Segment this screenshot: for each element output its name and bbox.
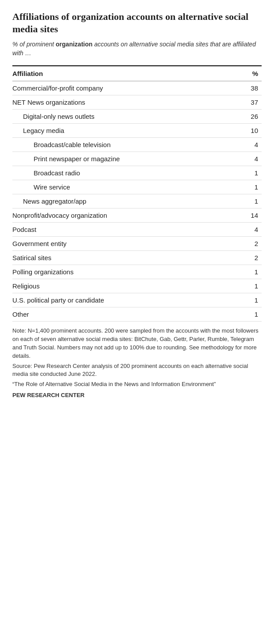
table-header-row: Affiliation % [12, 66, 262, 81]
row-pct: 2 [239, 251, 262, 265]
table-row: Broadcast/cable television4 [12, 138, 262, 152]
row-pct: 1 [239, 293, 262, 307]
row-label: Government entity [12, 237, 239, 251]
table-row: Other1 [12, 307, 262, 322]
subtitle: % of prominent organization accounts on … [12, 40, 262, 57]
col-affiliation: Affiliation [12, 66, 239, 81]
row-label: Wire service [12, 180, 239, 194]
row-pct: 1 [239, 180, 262, 194]
row-label: Digital-only news outlets [12, 110, 239, 124]
row-label: Podcast [12, 223, 239, 237]
row-pct: 1 [239, 279, 262, 293]
subtitle-plain: % of prominent [12, 41, 56, 48]
row-pct: 10 [239, 124, 262, 138]
row-label: Print newspaper or magazine [12, 152, 239, 166]
row-pct: 4 [239, 223, 262, 237]
row-pct: 38 [239, 81, 262, 95]
table-row: Commercial/for-profit company38 [12, 81, 262, 95]
table-row: U.S. political party or candidate1 [12, 293, 262, 307]
table-row: Nonprofit/advocacy organization14 [12, 208, 262, 223]
table-row: Satirical sites2 [12, 251, 262, 265]
footer-brand: PEW RESEARCH CENTER [12, 391, 262, 400]
col-pct: % [239, 66, 262, 81]
table-row: Podcast4 [12, 223, 262, 237]
table-row: Wire service1 [12, 180, 262, 194]
table-row: Broadcast radio1 [12, 166, 262, 180]
row-label: Religious [12, 279, 239, 293]
table-row: Polling organizations1 [12, 265, 262, 279]
row-pct: 1 [239, 307, 262, 322]
row-pct: 1 [239, 194, 262, 208]
page-title: Affiliations of organization accounts on… [12, 11, 262, 35]
row-label: News aggregator/app [12, 194, 239, 208]
row-pct: 26 [239, 110, 262, 124]
row-pct: 37 [239, 95, 262, 110]
table-row: NET News organizations37 [12, 95, 262, 110]
affiliations-table: Affiliation % Commercial/for-profit comp… [12, 66, 262, 322]
row-label: Broadcast radio [12, 166, 239, 180]
row-label: Legacy media [12, 124, 239, 138]
table-row: Legacy media10 [12, 124, 262, 138]
row-label: Other [12, 307, 239, 322]
table-row: Print newspaper or magazine4 [12, 152, 262, 166]
row-label: NET News organizations [12, 95, 239, 110]
row-label: Satirical sites [12, 251, 239, 265]
table-row: Digital-only news outlets26 [12, 110, 262, 124]
row-label: Broadcast/cable television [12, 138, 239, 152]
subtitle-bold: organization [56, 41, 92, 48]
row-label: Nonprofit/advocacy organization [12, 208, 239, 223]
table-row: Religious1 [12, 279, 262, 293]
row-pct: 4 [239, 138, 262, 152]
row-pct: 1 [239, 166, 262, 180]
footer: Note: N=1,400 prominent accounts. 200 we… [12, 327, 262, 400]
row-pct: 14 [239, 208, 262, 223]
row-label: U.S. political party or candidate [12, 293, 239, 307]
row-pct: 2 [239, 237, 262, 251]
footer-quote: “The Role of Alternative Social Media in… [12, 380, 262, 389]
footer-source: Source: Pew Research Center analysis of … [12, 362, 262, 379]
row-pct: 1 [239, 265, 262, 279]
footer-note: Note: N=1,400 prominent accounts. 200 we… [12, 327, 262, 360]
table-row: Government entity2 [12, 237, 262, 251]
row-pct: 4 [239, 152, 262, 166]
table-row: News aggregator/app1 [12, 194, 262, 208]
row-label: Commercial/for-profit company [12, 81, 239, 95]
row-label: Polling organizations [12, 265, 239, 279]
